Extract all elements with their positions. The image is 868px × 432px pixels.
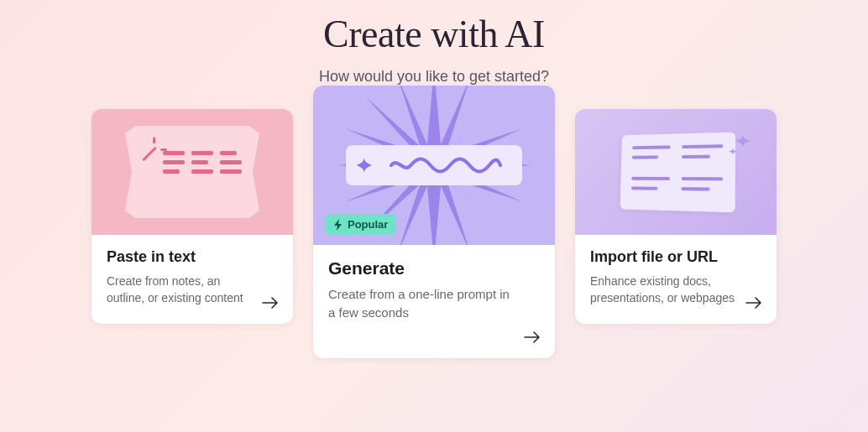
arrow-right-icon xyxy=(745,294,763,312)
card-generate-desc: Create from a one-line prompt in a few s… xyxy=(328,285,540,322)
sparkle-icon xyxy=(356,157,373,174)
generate-illustration: Popular xyxy=(313,86,555,245)
page-title: Create with AI xyxy=(0,12,868,56)
card-generate-title: Generate xyxy=(328,258,540,278)
card-import[interactable]: Import file or URL Enhance existing docs… xyxy=(575,109,776,324)
popular-badge: Popular xyxy=(325,214,396,235)
squiggle-icon xyxy=(379,157,512,174)
paste-illustration xyxy=(92,109,293,235)
wand-icon xyxy=(142,147,157,162)
card-paste-title: Paste in text xyxy=(107,248,278,266)
sparkle-icon xyxy=(728,133,753,158)
arrow-right-icon xyxy=(261,294,280,312)
lightning-icon xyxy=(333,219,343,231)
card-import-title: Import file or URL xyxy=(590,248,761,266)
arrow-right-icon xyxy=(523,328,541,346)
page-subtitle: How would you like to get started? xyxy=(0,68,868,86)
card-import-desc: Enhance existing docs, presentations, or… xyxy=(590,273,761,307)
card-generate[interactable]: Popular Generate Create from a one-line … xyxy=(313,86,555,358)
popular-badge-label: Popular xyxy=(348,218,388,231)
card-row: Paste in text Create from notes, an outl… xyxy=(0,109,868,358)
card-paste-desc: Create from notes, an outline, or existi… xyxy=(107,273,278,307)
card-paste-text[interactable]: Paste in text Create from notes, an outl… xyxy=(92,109,293,324)
import-illustration xyxy=(575,109,776,235)
